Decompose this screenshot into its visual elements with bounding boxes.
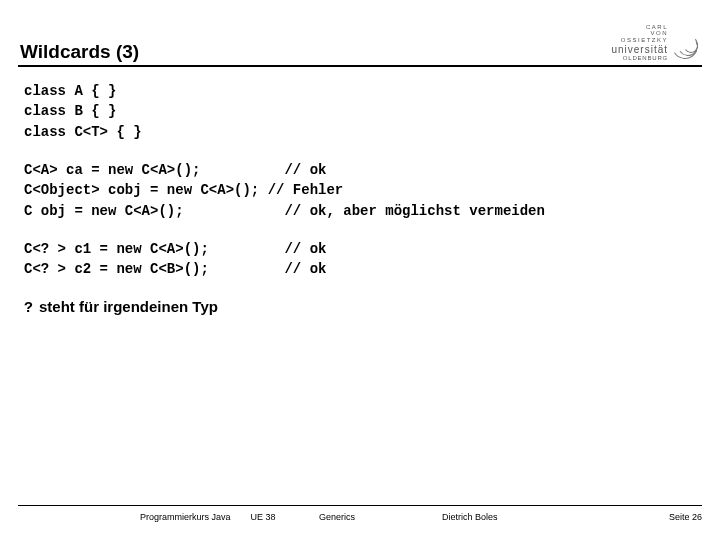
note-text: steht für irgendeinen Typ [39, 298, 218, 315]
code-block-wildcards: C<? > c1 = new C<A>(); // ok C<? > c2 = … [24, 239, 702, 280]
footer-topic: Generics [319, 512, 442, 522]
university-logo: CARL VON OSSIETZKY universität OLDENBURG [611, 24, 702, 63]
footer-page: Seite 26 [606, 512, 702, 522]
page-title: Wildcards (3) [18, 41, 139, 63]
footer-course: Programmierkurs Java [18, 512, 251, 522]
logo-text-block: CARL VON OSSIETZKY universität OLDENBURG [611, 24, 668, 61]
logo-word: universität [611, 44, 668, 55]
footer-unit: UE 38 [251, 512, 319, 522]
footer-author: Dietrich Boles [442, 512, 606, 522]
note-line: ?steht für irgendeinen Typ [24, 298, 702, 317]
wildcard-symbol: ? [24, 300, 33, 317]
logo-city: OLDENBURG [611, 55, 668, 61]
footer: Programmierkurs Java UE 38 Generics Diet… [18, 505, 702, 522]
slide: Wildcards (3) CARL VON OSSIETZKY univers… [0, 0, 720, 540]
content-area: class A { } class B { } class C<T> { } C… [18, 81, 702, 316]
code-block-declarations: class A { } class B { } class C<T> { } [24, 81, 702, 142]
header-row: Wildcards (3) CARL VON OSSIETZKY univers… [18, 24, 702, 67]
logo-arcs-icon [670, 37, 698, 61]
code-block-assignments: C<A> ca = new C<A>(); // ok C<Object> co… [24, 160, 702, 221]
logo-line: OSSIETZKY [611, 37, 668, 43]
